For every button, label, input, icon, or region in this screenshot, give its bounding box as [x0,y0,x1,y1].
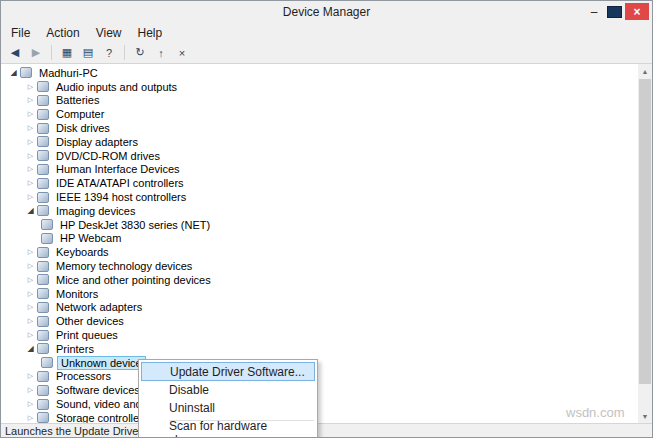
vertical-scrollbar[interactable]: ▲ ▼ [638,64,652,423]
tree-item[interactable]: ▷Human Interface Devices [1,163,638,177]
expand-arrow-icon[interactable]: ▷ [24,193,37,201]
display-adapter-icon [37,136,49,147]
expand-arrow-icon[interactable]: ▷ [24,96,37,104]
tree-item[interactable]: Unknown device [1,356,638,370]
tree-item[interactable]: ◢Printers [1,342,638,356]
tree-item[interactable]: ▷Computer [1,107,638,121]
toolbar: ◀▶▦▤?↻↑× [1,42,652,63]
battery-icon [37,95,49,106]
toolbar-divider [51,45,52,60]
tree-item[interactable]: ▷Display adapters [1,135,638,149]
tree-item-label: Printers [53,343,97,355]
tree-item-label: Network adapters [53,301,145,313]
context-menu-item[interactable]: Uninstall [141,399,315,417]
scrollbar-thumb[interactable] [639,79,651,384]
tree-item[interactable]: ▷Other devices [1,314,638,328]
tree-item-label: Audio inputs and outputs [53,81,180,93]
memory-icon [37,261,49,272]
imaging-device-icon [37,205,49,216]
close-button[interactable]: × [625,3,649,20]
scan-hardware-icon[interactable]: ↻ [130,44,150,62]
software-device-icon [37,385,49,396]
tree-item[interactable]: ▷Software devices [1,383,638,397]
tree-item[interactable]: ▷Disk drives [1,121,638,135]
expand-arrow-icon[interactable]: ▷ [24,317,37,325]
expand-arrow-icon[interactable]: ▷ [24,303,37,311]
tree-item-label: HP DeskJet 3830 series (NET) [57,219,213,231]
tree-item[interactable]: HP DeskJet 3830 series (NET) [1,218,638,232]
tree-item-label: Storage controllers [53,412,151,423]
expand-arrow-icon[interactable]: ▷ [24,290,37,298]
processor-icon [37,371,49,382]
expand-arrow-icon[interactable]: ▷ [24,124,37,132]
toolbar-divider [124,45,125,60]
tree-item[interactable]: ◢Imaging devices [1,204,638,218]
tree-item[interactable]: ▷IDE ATA/ATAPI controllers [1,176,638,190]
minimize-button[interactable]: – [584,4,604,20]
back-icon[interactable]: ◀ [5,44,25,62]
tree-item[interactable]: ▷Network adapters [1,301,638,315]
monitor-icon [37,288,49,299]
title-bar[interactable]: Device Manager – × [1,1,652,23]
expand-arrow-icon[interactable]: ▷ [24,262,37,270]
expand-arrow-icon[interactable]: ▷ [24,248,37,256]
collapse-arrow-icon[interactable]: ◢ [7,68,20,77]
disk-drive-icon [37,123,49,134]
dvd-drive-icon [37,150,49,161]
tree-item[interactable]: ▷Keyboards [1,245,638,259]
other-device-icon [37,316,49,327]
context-menu-item[interactable]: Update Driver Software... [141,362,315,381]
tree-item[interactable]: HP Webcam [1,232,638,246]
tree-item[interactable]: ▷Batteries [1,94,638,108]
uninstall-icon[interactable]: × [172,44,192,62]
expand-arrow-icon[interactable]: ▷ [24,331,37,339]
expand-arrow-icon[interactable]: ▷ [24,138,37,146]
collapse-arrow-icon[interactable]: ◢ [24,206,37,215]
expand-arrow-icon[interactable]: ▷ [24,400,37,408]
expand-arrow-icon[interactable]: ▷ [24,276,37,284]
tree-item-label: Processors [53,370,114,382]
expand-arrow-icon[interactable]: ▷ [24,414,37,422]
expand-arrow-icon[interactable]: ▷ [24,83,37,91]
tree-item[interactable]: ▷Monitors [1,287,638,301]
context-menu-item[interactable]: Scan for hardware changes [141,424,315,438]
tree-item[interactable]: ▷Print queues [1,328,638,342]
tree-item[interactable]: ▷Storage controllers [1,411,638,423]
properties-icon[interactable]: ▤ [78,44,98,62]
forward-icon[interactable]: ▶ [26,44,46,62]
expand-arrow-icon[interactable]: ▷ [24,386,37,394]
tree-item[interactable]: ▷Memory technology devices [1,259,638,273]
tree-item[interactable]: ◢Madhuri-PC [1,66,638,80]
tree-item[interactable]: ▷Sound, video and game controllers [1,397,638,411]
tree-item[interactable]: ▷IEEE 1394 host controllers [1,190,638,204]
update-driver-icon[interactable]: ↑ [151,44,171,62]
tree-item[interactable]: ▷DVD/CD-ROM drives [1,149,638,163]
scroll-down-icon[interactable]: ▼ [638,409,652,423]
tree-item[interactable]: ▷Processors [1,370,638,384]
scroll-up-icon[interactable]: ▲ [638,64,652,78]
menu-help[interactable]: Help [130,24,171,42]
tree-item-label: Computer [53,108,107,120]
expand-arrow-icon[interactable]: ▷ [24,152,37,160]
tree-item-label: DVD/CD-ROM drives [53,150,163,162]
menu-action[interactable]: Action [38,24,87,42]
print-queue-icon [37,330,49,341]
status-text: Launches the Update Drive [5,425,138,437]
device-tree: ◢Madhuri-PC▷Audio inputs and outputs▷Bat… [1,64,638,423]
watermark: wsdn.com [566,405,625,420]
tree-item-label: Display adapters [53,136,141,148]
tree-item[interactable]: ▷Mice and other pointing devices [1,273,638,287]
maximize-button[interactable] [607,6,622,18]
console-tree-icon[interactable]: ▦ [57,44,77,62]
audio-icon [37,81,49,92]
expand-arrow-icon[interactable]: ▷ [24,165,37,173]
tree-item[interactable]: ▷Audio inputs and outputs [1,80,638,94]
expand-arrow-icon[interactable]: ▷ [24,372,37,380]
menu-file[interactable]: File [3,24,38,42]
help-icon[interactable]: ? [99,44,119,62]
expand-arrow-icon[interactable]: ▷ [24,179,37,187]
expand-arrow-icon[interactable]: ▷ [24,110,37,118]
collapse-arrow-icon[interactable]: ◢ [24,344,37,353]
menu-view[interactable]: View [88,24,130,42]
context-menu-item[interactable]: Disable [141,381,315,399]
